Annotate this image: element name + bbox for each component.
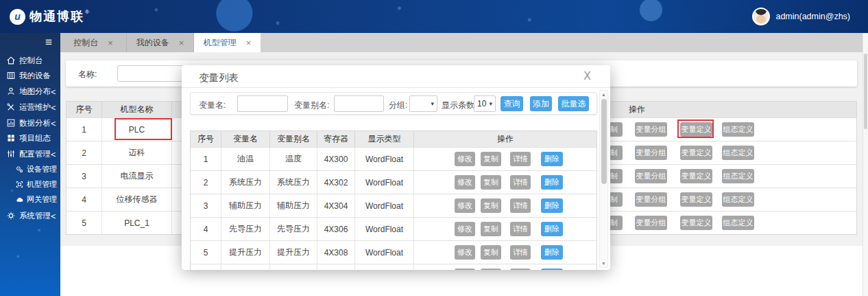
variable-row: 1 油温 温度 4X300 WordFloat 修改 复制 详情 删除	[191, 147, 596, 170]
chevron-icon: <	[51, 102, 56, 112]
batch-select-button[interactable]: 批量选择	[558, 96, 589, 111]
chevron-icon: <	[51, 118, 56, 128]
brand-logo: u 物通博联 ®	[0, 8, 89, 25]
delete-button[interactable]: 删除	[541, 222, 563, 236]
variable-name-label: 变量名:	[199, 100, 226, 111]
avatar[interactable]	[752, 8, 770, 25]
sidebar-item-model-manage[interactable]: 机型管理	[0, 177, 60, 191]
tab-bar: 控制台 × 我的设备 × 机型管理 ×	[60, 33, 868, 52]
sidebar-item-analytics[interactable]: 数据分析 <	[0, 115, 60, 130]
variable-alias-label: 变量别名:	[294, 100, 329, 111]
chart-icon	[6, 118, 16, 128]
edit-button[interactable]: 修改	[455, 222, 475, 236]
group-select[interactable]: ▾	[409, 95, 437, 112]
variable-name-input[interactable]	[237, 95, 288, 112]
home-icon	[6, 56, 16, 65]
edit-button[interactable]: 修改	[455, 175, 475, 190]
name-filter-input[interactable]	[117, 65, 184, 82]
delete-button[interactable]: 删除	[541, 198, 563, 213]
tab-close-icon[interactable]: ×	[108, 38, 113, 48]
copy-button[interactable]: 复制	[481, 152, 501, 166]
variable-table: 序号 变量名 变量别名 寄存器 显示类型 操作 1 油温 温度 4X300 Wo…	[190, 130, 597, 270]
detail-button[interactable]: 详情	[510, 269, 531, 270]
variable-define-button[interactable]: 变量定义	[680, 169, 712, 183]
variable-group-button[interactable]: 变量分组	[635, 216, 667, 230]
variable-row: 5 提升压力 提升压力 4X308 WordFloat 修改 复制 详情 删除	[191, 240, 596, 264]
delete-button[interactable]: 删除	[541, 175, 563, 190]
group-label: 分组:	[389, 100, 407, 111]
scada-define-button[interactable]: 组态定义	[722, 146, 754, 160]
variable-define-button[interactable]: 变量定义	[680, 216, 712, 230]
delete-button[interactable]: 删除	[541, 245, 563, 260]
copy-button[interactable]: 复制	[481, 245, 501, 260]
sidebar-item-system[interactable]: 系统管理 <	[0, 208, 60, 223]
copy-button[interactable]: 复制	[481, 222, 501, 236]
variable-define-button[interactable]: 变量定义	[680, 192, 712, 207]
scroll-up-icon[interactable]: ▲	[600, 92, 607, 97]
edit-button[interactable]: 修改	[455, 152, 475, 166]
variable-list-modal: 变量列表 X 变量名: 变量别名: 分组: ▾ 显示条数: 10 ▾ 查询 添加…	[182, 65, 610, 270]
edit-button[interactable]: 修改	[455, 245, 475, 260]
add-button[interactable]: 添加	[530, 96, 552, 111]
modal-close-icon[interactable]: X	[583, 69, 591, 82]
query-button[interactable]: 查询	[501, 96, 523, 111]
sidebar-item-config[interactable]: 配置管理 <	[0, 146, 60, 161]
map-pin-icon	[6, 87, 16, 96]
variable-group-button[interactable]: 变量分组	[635, 192, 667, 207]
sidebar-item-maintenance[interactable]: 运营维护 <	[0, 100, 60, 115]
user-name: admin(admin@zhs)	[775, 12, 850, 21]
gear-icon	[6, 211, 16, 220]
delete-button[interactable]: 删除	[541, 269, 563, 270]
tab-model-manage[interactable]: 机型管理 ×	[194, 33, 261, 52]
sidebar-item-project[interactable]: 项目组态	[0, 130, 60, 146]
page-scrollbar-thumb[interactable]	[864, 54, 867, 129]
modal-title: 变量列表	[199, 71, 239, 84]
sidebar-item-map[interactable]: 地图分布 <	[0, 84, 60, 99]
copy-button[interactable]: 复制	[481, 175, 501, 190]
detail-button[interactable]: 详情	[510, 175, 531, 190]
modal-scrollbar-thumb[interactable]	[601, 99, 607, 184]
sidebar-item-console[interactable]: 控制台	[0, 53, 60, 68]
delete-button[interactable]: 删除	[541, 152, 563, 166]
hamburger-menu-icon[interactable]: ≡	[45, 36, 52, 49]
detail-button[interactable]: 详情	[510, 245, 531, 260]
variable-define-button[interactable]: 变量定义	[680, 146, 712, 160]
grid-icon	[6, 133, 16, 143]
detail-button[interactable]: 详情	[510, 222, 531, 236]
detail-button[interactable]: 详情	[510, 198, 531, 213]
copy-button[interactable]: 复制	[481, 269, 501, 270]
copy-button[interactable]: 复制	[481, 198, 501, 213]
scada-define-button[interactable]: 组态定义	[722, 216, 754, 230]
tab-close-icon[interactable]: ×	[246, 38, 252, 48]
modal-scrollbar: ▲ ▼	[599, 90, 608, 268]
tab-close-icon[interactable]: ×	[179, 38, 184, 48]
variable-group-button[interactable]: 变量分组	[635, 122, 667, 137]
scada-define-button[interactable]: 组态定义	[722, 122, 754, 137]
sidebar-item-my-devices[interactable]: 我的设备	[0, 68, 60, 83]
scada-define-button[interactable]: 组态定义	[722, 192, 754, 207]
detail-button[interactable]: 详情	[510, 152, 531, 166]
edit-button[interactable]: 修改	[455, 269, 475, 270]
tools-icon	[6, 102, 16, 112]
variable-define-button[interactable]: 变量定义	[680, 122, 712, 137]
variable-group-button[interactable]: 变量分组	[635, 146, 667, 160]
variable-group-button[interactable]: 变量分组	[635, 169, 667, 183]
name-filter-label: 名称:	[78, 69, 97, 80]
page-size-select[interactable]: 10 ▾	[474, 95, 496, 112]
sidebar-item-device-manage[interactable]: 设备管理	[0, 162, 60, 176]
edit-button[interactable]: 修改	[455, 198, 475, 213]
gears-icon	[15, 165, 24, 174]
tab-console[interactable]: 控制台 ×	[60, 33, 127, 52]
page-size-label: 显示条数:	[442, 100, 477, 111]
cloud-icon	[15, 195, 24, 204]
tab-my-devices[interactable]: 我的设备 ×	[127, 33, 194, 52]
variable-row: 2 系统压力 系统压力 4X302 WordFloat 修改 复制 详情 删除	[191, 170, 596, 194]
scada-define-button[interactable]: 组态定义	[722, 169, 754, 183]
registered-mark: ®	[85, 9, 89, 15]
variable-alias-input[interactable]	[334, 95, 384, 112]
variable-row: 4 先导压力 先导压力 4X306 WordFloat 修改 复制 详情 删除	[191, 217, 596, 240]
user-menu[interactable]: admin(admin@zhs)	[752, 8, 868, 25]
sidebar-item-gateway-manage[interactable]: 网关管理	[0, 192, 60, 206]
logo-text: 物通博联	[29, 8, 84, 25]
scroll-down-icon[interactable]: ▼	[600, 261, 607, 266]
